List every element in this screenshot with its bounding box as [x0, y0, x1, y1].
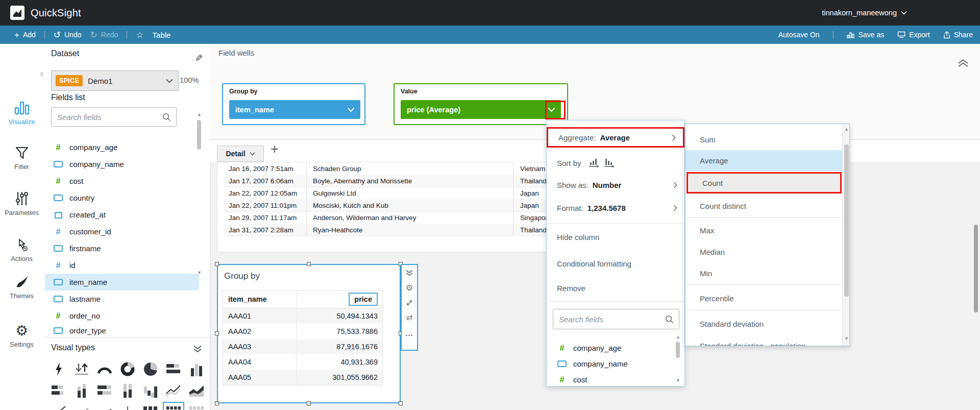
scroll-down-icon[interactable]: ▼ [197, 271, 202, 275]
menu-item-aggregate[interactable]: Aggregate: Average [547, 127, 684, 148]
resize-handle[interactable] [307, 262, 311, 266]
field-item-lastname[interactable]: lastname [45, 291, 199, 307]
menu-item-hide-column[interactable]: Hide column [547, 229, 684, 245]
visual-type-vbar100-icon[interactable] [118, 382, 137, 399]
value-field-pill[interactable]: price (Average) [401, 100, 561, 119]
scroll-up-icon[interactable]: ▲ [676, 335, 680, 340]
submenu-item-standard-deviation-population[interactable]: Standard deviation - population [685, 335, 849, 346]
add-button[interactable]: + Add [14, 31, 36, 39]
scroll-up-icon[interactable]: ▲ [844, 127, 849, 132]
expand-icon[interactable] [406, 299, 413, 306]
visual-type-gauge-icon[interactable] [95, 360, 114, 378]
menu-field-item-company_age[interactable]: #company_age [547, 340, 674, 356]
sidebar-item-settings[interactable]: ⚙ Settings [0, 324, 43, 348]
save-as-button[interactable]: Save as [847, 31, 885, 39]
scrollbar-thumb[interactable] [676, 342, 680, 358]
field-item-customer_id[interactable]: #customer_id [45, 223, 199, 240]
visual-type-pivot-icon[interactable] [187, 403, 206, 410]
resize-handle[interactable] [307, 401, 311, 405]
visual-type-vbar-icon[interactable] [187, 360, 206, 378]
submenu-scrollbar[interactable]: ▲ ▼ [842, 124, 850, 346]
edit-dataset-pencil-icon[interactable]: ✎ [192, 54, 204, 62]
submenu-item-median[interactable]: Median [685, 242, 849, 262]
submenu-item-average[interactable]: Average [685, 150, 849, 171]
field-item-company_name[interactable]: company_name [45, 156, 199, 173]
field-item-order_no[interactable]: #order_no [45, 307, 199, 324]
menu-fields-scrollbar[interactable]: ▲ [676, 335, 681, 358]
groupby-field-pill[interactable]: item_name [229, 100, 360, 119]
resize-handle[interactable] [399, 401, 403, 405]
table-row[interactable]: AAA05301,055.9662 [223, 370, 382, 385]
dataset-dropdown[interactable]: SPICE Demo1 [51, 70, 179, 91]
page-scrollbar-thumb[interactable] [974, 225, 978, 312]
table-row[interactable]: AAA0150,494.1343 [223, 308, 382, 324]
field-item-firstname[interactable]: firstname [45, 240, 199, 257]
field-item-country[interactable]: country [45, 189, 199, 206]
resize-handle[interactable] [215, 262, 219, 266]
table-row[interactable]: AAA0440,931.369 [223, 354, 382, 370]
visual-type-heatmap-icon[interactable] [141, 403, 160, 410]
scroll-down-icon[interactable]: ▼ [844, 336, 849, 341]
field-item-cost[interactable]: #cost [45, 173, 199, 189]
collapse-double-chevron-icon[interactable] [193, 345, 202, 353]
sort-ascending-icon[interactable] [589, 158, 600, 167]
chevron-down-icon[interactable] [548, 107, 555, 112]
submenu-item-count[interactable]: Count [687, 172, 842, 194]
autosave-toggle[interactable]: Autosave On [778, 31, 820, 39]
menu-item-remove[interactable]: Remove [547, 280, 684, 296]
visual-type-icon[interactable] [118, 403, 137, 410]
undo-button[interactable]: ↺ Undo [54, 31, 82, 39]
field-item-item_name[interactable]: item_name [45, 274, 199, 291]
fields-scrollbar[interactable]: ▲ [197, 112, 202, 150]
resize-handle[interactable] [215, 331, 219, 335]
visual-type-hbar-icon[interactable] [164, 360, 183, 378]
visual-type-stacked-vbar-icon[interactable] [72, 382, 91, 399]
collapse-double-chevron-icon[interactable] [405, 270, 413, 276]
sidebar-item-filter[interactable]: Filter [0, 146, 43, 171]
visual-type-icon[interactable] [72, 403, 91, 410]
scroll-down-icon[interactable]: ▼ [676, 378, 680, 383]
gear-icon[interactable]: ⚙ [406, 283, 413, 293]
visual-type-kpi-icon[interactable] [72, 360, 91, 378]
favorite-star-button[interactable]: ☆ [136, 31, 143, 39]
analysis-title-input[interactable]: Table [153, 31, 171, 39]
menu-field-item-company_name[interactable]: company_name [547, 356, 674, 372]
menu-field-item-cost[interactable]: #cost [547, 372, 674, 388]
scrollbar-thumb[interactable] [844, 144, 849, 297]
visual-type-stacked-hbar-icon[interactable] [50, 382, 68, 399]
table-row[interactable]: AAA0387,916.1676 [223, 339, 382, 354]
redo-button[interactable]: ↻ Redo [90, 31, 118, 39]
brand[interactable]: QuickSight [10, 6, 81, 20]
collapse-up-double-chevron-icon[interactable] [958, 59, 969, 67]
submenu-item-min[interactable]: Min [685, 263, 849, 283]
visual-type-waterfall-icon[interactable] [141, 382, 160, 399]
column-header-price[interactable]: price [297, 291, 382, 308]
export-button[interactable]: Export [897, 31, 929, 39]
visual-type-area-icon[interactable] [187, 382, 206, 399]
sidebar-item-visualize[interactable]: Visualize [0, 101, 43, 126]
submenu-item-standard-deviation[interactable]: Standard deviation [685, 312, 849, 335]
panel-collapse-handle[interactable]: ‹ [40, 67, 43, 81]
more-options-icon[interactable]: … [405, 329, 414, 338]
submenu-item-percentile[interactable]: Percentile [685, 287, 849, 309]
table-row[interactable]: AAA0275,533.7886 [223, 324, 382, 339]
field-item-id[interactable]: #id [45, 257, 199, 274]
resize-handle[interactable] [215, 401, 219, 405]
sidebar-item-actions[interactable]: Actions [0, 238, 43, 262]
menu-fields-search-input[interactable] [553, 315, 665, 324]
menu-item-show-as[interactable]: Show as: Number [547, 177, 684, 193]
field-item-order_type[interactable]: order_type [45, 324, 199, 337]
sort-descending-icon[interactable] [604, 158, 615, 167]
scroll-up-icon[interactable]: ▲ [197, 112, 202, 117]
field-item-created_at[interactable]: created_at [45, 206, 199, 223]
groupby-visual[interactable]: Group by item_name price AAA0150,494.134… [217, 264, 401, 403]
add-sheet-button[interactable]: + [271, 141, 279, 157]
submenu-item-sum[interactable]: Sum [685, 129, 849, 150]
user-menu[interactable]: tinnakorn_maneewong [822, 0, 907, 26]
sidebar-item-parameters[interactable]: Parameters [0, 191, 43, 216]
column-header-item_name[interactable]: item_name [223, 291, 297, 308]
visual-type-icon[interactable] [95, 403, 114, 410]
sidebar-item-themes[interactable]: Themes [0, 275, 43, 300]
swap-axes-icon[interactable]: ⇄ [406, 313, 413, 322]
fields-search-input[interactable] [52, 113, 162, 122]
